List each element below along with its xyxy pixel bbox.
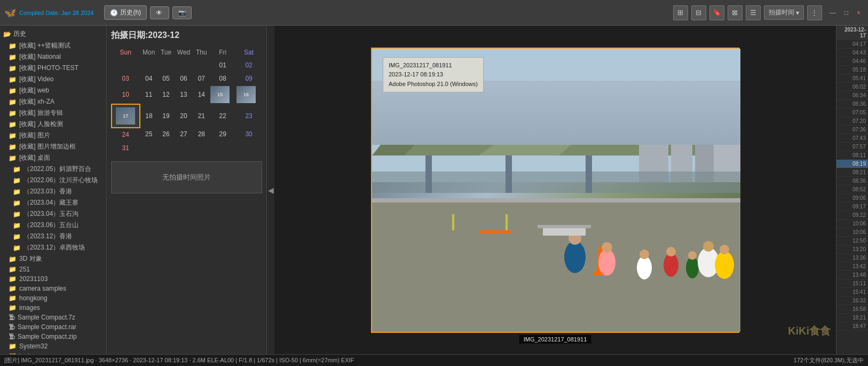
- timeline-time-15[interactable]: 08:21: [837, 168, 868, 177]
- sidebar-item-27[interactable]: 🗜Sample Compact.zip: [0, 332, 106, 341]
- cal-day-21[interactable]: 21: [193, 104, 210, 128]
- sidebar-item-14[interactable]: 📁（2023.04）藏王寨: [0, 197, 106, 208]
- sidebar-item-4[interactable]: 📁[收藏] web: [0, 85, 106, 96]
- cal-day-16[interactable]: 16: [236, 85, 262, 104]
- sidebar-item-1[interactable]: 📁[收藏] National: [0, 51, 106, 63]
- list-btn[interactable]: ☰: [746, 5, 761, 20]
- timeline-time-22[interactable]: 10:06: [837, 228, 868, 237]
- cal-day-02[interactable]: 02: [236, 59, 262, 72]
- sidebar-item-13[interactable]: 📁（2023.03）香港: [0, 186, 106, 197]
- sidebar-item-19[interactable]: 📁3D 对象: [0, 253, 106, 264]
- sidebar-item-26[interactable]: 🗜Sample Compact.rar: [0, 322, 106, 332]
- cal-day-08[interactable]: 08: [210, 72, 236, 85]
- cal-day-05[interactable]: 05: [158, 72, 174, 85]
- timeline-time-26[interactable]: 13:42: [837, 262, 868, 271]
- timeline-time-14[interactable]: 08:19: [837, 160, 868, 168]
- sidebar-item-23[interactable]: 📁hongkong: [0, 293, 106, 303]
- timeline-time-23[interactable]: 12:50: [837, 237, 868, 245]
- cal-day-20[interactable]: 20: [174, 104, 193, 128]
- timeline-time-19[interactable]: 09:17: [837, 203, 868, 211]
- timeline-time-4[interactable]: 05:41: [837, 74, 868, 83]
- timeline-time-24[interactable]: 13:20: [837, 245, 868, 254]
- sidebar-item-20[interactable]: 📁251: [0, 264, 106, 274]
- timeline-time-32[interactable]: 18:21: [837, 314, 868, 322]
- sidebar-item-12[interactable]: 📁（2022.06）汶川开心牧场: [0, 175, 106, 186]
- timeline-time-12[interactable]: 07:57: [837, 143, 868, 151]
- timeline-time-17[interactable]: 08:52: [837, 185, 868, 194]
- sidebar-item-8[interactable]: 📁[收藏] 图片: [0, 130, 106, 141]
- sort-button[interactable]: 拍摄时间 ▾: [764, 5, 804, 20]
- sidebar-item-5[interactable]: 📁[收藏] xh-ZA: [0, 96, 106, 107]
- eye-button[interactable]: 👁: [150, 6, 169, 19]
- sidebar-item-17[interactable]: 📁（2023.12）香港: [0, 231, 106, 242]
- timeline-time-21[interactable]: 10:06: [837, 220, 868, 228]
- sidebar-item-7[interactable]: 📁[收藏] 人脸检测: [0, 119, 106, 130]
- sidebar-item-15[interactable]: 📁（2023.04）玉石沟: [0, 208, 106, 220]
- timeline-time-29[interactable]: 15:41: [837, 288, 868, 297]
- bookmark-btn[interactable]: 🔖: [709, 5, 724, 20]
- timeline-time-7[interactable]: 06:36: [837, 100, 868, 108]
- history-button[interactable]: 🕐 历史(h): [104, 5, 147, 20]
- sidebar-item-22[interactable]: 📁camera samples: [0, 284, 106, 293]
- minimize-btn[interactable]: —: [826, 8, 839, 18]
- cal-day-31[interactable]: 31: [112, 141, 140, 154]
- timeline-time-30[interactable]: 16:32: [837, 297, 868, 305]
- timeline-time-8[interactable]: 07:05: [837, 108, 868, 117]
- cal-day-18[interactable]: 18: [140, 104, 158, 128]
- sidebar-item-16[interactable]: 📁（2023.06）五台山: [0, 220, 106, 231]
- timeline-time-10[interactable]: 07:36: [837, 126, 868, 134]
- sidebar-item-2[interactable]: 📁[收藏] PHOTO-TEST: [0, 63, 106, 74]
- cal-day-19[interactable]: 19: [158, 104, 174, 128]
- sidebar-item-11[interactable]: 📁（2022.05）斜源野百合: [0, 163, 106, 175]
- timeline-time-2[interactable]: 04:46: [837, 57, 868, 66]
- timeline-time-5[interactable]: 06:02: [837, 83, 868, 91]
- cal-day-15[interactable]: 15: [210, 85, 236, 104]
- sidebar-item-18[interactable]: 📁（2023.12）卓西牧场: [0, 242, 106, 253]
- timeline-time-13[interactable]: 08:11: [837, 151, 868, 160]
- cal-day-06[interactable]: 06: [174, 72, 193, 85]
- sidebar-item-24[interactable]: 📁images: [0, 303, 106, 313]
- close-btn[interactable]: ×: [854, 8, 864, 18]
- timeline-time-11[interactable]: 07:43: [837, 134, 868, 143]
- timeline-time-27[interactable]: 13:48: [837, 271, 868, 279]
- cal-day-07[interactable]: 07: [193, 72, 210, 85]
- cal-day-11[interactable]: 11: [140, 85, 158, 104]
- cal-day-29[interactable]: 29: [210, 128, 236, 142]
- timeline-time-31[interactable]: 16:58: [837, 305, 868, 314]
- timeline-time-25[interactable]: 13:36: [837, 254, 868, 262]
- timeline-time-18[interactable]: 09:06: [837, 194, 868, 203]
- timeline-time-9[interactable]: 07:20: [837, 117, 868, 126]
- cal-day-25[interactable]: 25: [140, 128, 158, 142]
- camera-button[interactable]: 📷: [172, 6, 192, 19]
- calendar-scroll-arrow[interactable]: ◀: [267, 26, 274, 354]
- grid-view-btn[interactable]: ⊞: [673, 5, 688, 20]
- cal-day-13[interactable]: 13: [174, 85, 193, 104]
- cal-day-27[interactable]: 27: [174, 128, 193, 142]
- timeline-time-16[interactable]: 08:36: [837, 177, 868, 185]
- cal-day-12[interactable]: 12: [158, 85, 174, 104]
- cal-day-03[interactable]: 03: [112, 72, 140, 85]
- grid2-view-btn[interactable]: ⊟: [691, 5, 706, 20]
- cal-day-22[interactable]: 22: [210, 104, 236, 128]
- timeline-time-1[interactable]: 04:43: [837, 49, 868, 57]
- sidebar-history-header[interactable]: 📂 历史: [0, 28, 106, 40]
- sidebar-item-21[interactable]: 📁20231103: [0, 274, 106, 284]
- sidebar-item-6[interactable]: 📁[收藏] 旅游专辑: [0, 107, 106, 119]
- split-btn[interactable]: ⊠: [728, 5, 743, 20]
- cal-day-30[interactable]: 30: [236, 128, 262, 142]
- cal-day-28[interactable]: 28: [193, 128, 210, 142]
- cal-day-10[interactable]: 10: [112, 85, 140, 104]
- timeline-time-28[interactable]: 15:11: [837, 279, 868, 288]
- sidebar-item-9[interactable]: 📁[收藏] 图片增加边框: [0, 141, 106, 152]
- timeline-time-0[interactable]: 04:17: [837, 40, 868, 49]
- sidebar-item-25[interactable]: 🗜Sample Compact.7z: [0, 313, 106, 322]
- sidebar-item-3[interactable]: 📁[收藏] Video: [0, 74, 106, 85]
- maximize-btn[interactable]: □: [841, 8, 851, 18]
- sidebar-item-10[interactable]: 📁[收藏] 桌面: [0, 152, 106, 163]
- cal-day-26[interactable]: 26: [158, 128, 174, 142]
- cal-day-17[interactable]: 17: [112, 104, 140, 128]
- cal-day-09[interactable]: 09: [236, 72, 262, 85]
- more-btn[interactable]: ⋮: [807, 5, 822, 20]
- timeline-time-3[interactable]: 05:18: [837, 66, 868, 74]
- sidebar-item-28[interactable]: 📁System32: [0, 341, 106, 351]
